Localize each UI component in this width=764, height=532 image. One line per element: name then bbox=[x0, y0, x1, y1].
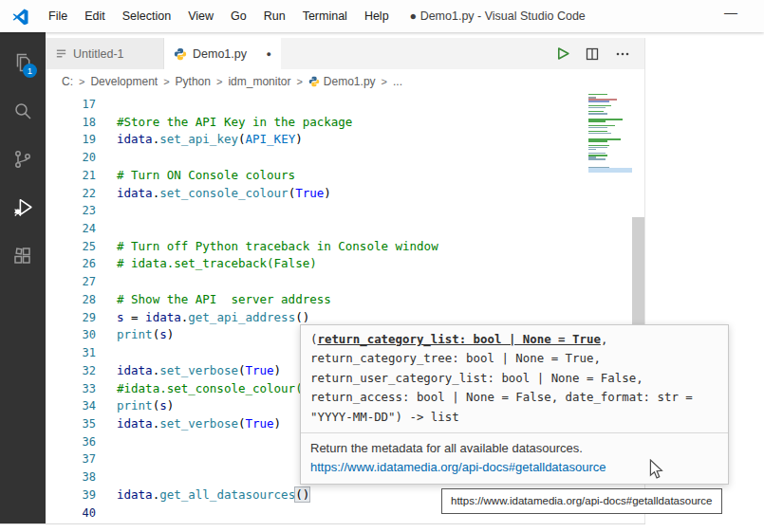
line-number[interactable]: 22 bbox=[46, 185, 96, 203]
line-number[interactable]: 18 bbox=[46, 114, 96, 132]
menu-bar: File Edit Selection View Go Run Terminal… bbox=[40, 9, 398, 23]
minimap-line bbox=[588, 149, 596, 151]
line-number[interactable]: 24 bbox=[46, 220, 96, 238]
title-bar: File Edit Selection View Go Run Terminal… bbox=[0, 0, 764, 32]
code-text: idata.set_console_colour(True) bbox=[117, 185, 331, 203]
minimap-line bbox=[588, 133, 611, 135]
code-text: # Turn off Python traceback in Console w… bbox=[117, 238, 438, 256]
line-number[interactable]: 20 bbox=[46, 149, 96, 167]
breadcrumb-separator: > bbox=[382, 76, 387, 87]
modified-dot-icon[interactable]: ● bbox=[267, 49, 271, 59]
active-parameter: return_category_list: bool | None = True bbox=[317, 332, 600, 346]
line-number[interactable]: 26 bbox=[46, 255, 96, 273]
code-line[interactable]: 24 bbox=[46, 220, 644, 238]
split-editor-icon[interactable] bbox=[585, 46, 600, 62]
menu-terminal[interactable]: Terminal bbox=[294, 9, 356, 23]
breadcrumb-file[interactable]: Demo1.py bbox=[308, 75, 376, 88]
minimap-line bbox=[588, 127, 607, 129]
run-button[interactable] bbox=[554, 46, 570, 62]
activity-bar: 1 bbox=[0, 32, 46, 523]
line-number[interactable]: 34 bbox=[46, 397, 96, 415]
line-number[interactable]: 29 bbox=[46, 309, 96, 327]
code-line[interactable]: 23 bbox=[46, 202, 644, 220]
code-line[interactable]: 25# Turn off Python traceback in Console… bbox=[46, 238, 644, 256]
breadcrumb-drive[interactable]: C: bbox=[62, 75, 73, 88]
code-text: #idata.set_console_colour( bbox=[117, 380, 303, 398]
line-number[interactable]: 27 bbox=[46, 273, 96, 291]
line-number[interactable]: 32 bbox=[46, 362, 96, 380]
extensions-icon[interactable] bbox=[0, 231, 46, 280]
breadcrumb: C: > Development > Python > idm_monitor … bbox=[46, 69, 644, 94]
menu-edit[interactable]: Edit bbox=[76, 9, 114, 23]
explorer-icon[interactable]: 1 bbox=[0, 38, 46, 86]
line-number[interactable]: 23 bbox=[46, 202, 96, 220]
search-icon[interactable] bbox=[0, 86, 46, 135]
breadcrumb-development[interactable]: Development bbox=[90, 75, 158, 88]
window-bottom-border bbox=[0, 523, 645, 524]
more-actions-icon[interactable] bbox=[614, 46, 631, 62]
code-text: print(s) bbox=[117, 326, 174, 344]
line-number[interactable]: 38 bbox=[46, 468, 96, 486]
hover-widget: (return_category_list: bool | None = Tru… bbox=[300, 324, 729, 485]
python-icon bbox=[308, 76, 320, 87]
code-text: print(s) bbox=[117, 397, 174, 415]
code-line[interactable]: 17 bbox=[46, 96, 644, 114]
code-text: s = idata.get_api_address() bbox=[117, 309, 309, 327]
tab-demo1-py[interactable]: Demo1.py ● bbox=[164, 38, 281, 69]
breadcrumb-separator: > bbox=[296, 76, 302, 87]
menu-go[interactable]: Go bbox=[222, 9, 255, 23]
code-line[interactable]: 28# Show the API server address bbox=[46, 291, 644, 309]
window-title: ● Demo1.py - Visual Studio Code bbox=[410, 9, 586, 23]
code-text: # Turn ON Console colours bbox=[117, 167, 295, 185]
minimap-line bbox=[588, 107, 606, 109]
run-and-debug-icon[interactable] bbox=[0, 183, 46, 231]
menu-help[interactable]: Help bbox=[356, 9, 398, 23]
minimize-button[interactable]: — bbox=[724, 5, 737, 20]
python-icon bbox=[174, 47, 187, 61]
menu-selection[interactable]: Selection bbox=[114, 9, 179, 23]
code-text: idata.get_all_datasources() bbox=[117, 486, 309, 504]
signature-text: (return_category_list: bool | None = Tru… bbox=[301, 325, 728, 432]
line-number[interactable]: 37 bbox=[46, 450, 96, 468]
code-line[interactable]: 26# idata.set_traceback(False) bbox=[46, 255, 644, 273]
code-line[interactable]: 21# Turn ON Console colours bbox=[46, 167, 644, 185]
minimap-line bbox=[588, 120, 606, 122]
line-number[interactable]: 40 bbox=[46, 504, 96, 523]
menu-view[interactable]: View bbox=[179, 9, 222, 23]
line-number[interactable]: 19 bbox=[46, 131, 96, 149]
source-control-icon[interactable] bbox=[0, 135, 46, 183]
breadcrumb-symbol[interactable]: ... bbox=[393, 75, 402, 88]
tab-label: Untitled-1 bbox=[73, 47, 124, 61]
tab-bar: Untitled-1 Demo1.py ● bbox=[46, 38, 644, 69]
line-number[interactable]: 25 bbox=[46, 238, 96, 256]
line-number[interactable]: 35 bbox=[46, 415, 96, 433]
code-line[interactable]: 20 bbox=[46, 149, 644, 167]
code-text: #Store the API Key in the package bbox=[117, 114, 352, 132]
breadcrumb-file-label: Demo1.py bbox=[324, 75, 376, 88]
breadcrumb-separator: > bbox=[79, 76, 84, 87]
tab-untitled-1[interactable]: Untitled-1 bbox=[46, 38, 164, 69]
minimap[interactable] bbox=[588, 91, 632, 171]
line-number[interactable]: 33 bbox=[46, 380, 96, 398]
line-number[interactable]: 39 bbox=[46, 486, 96, 504]
line-number[interactable]: 31 bbox=[46, 344, 96, 362]
code-line[interactable]: 18#Store the API Key in the package bbox=[46, 114, 644, 132]
line-number[interactable]: 28 bbox=[46, 291, 96, 309]
code-line[interactable]: 22idata.set_console_colour(True) bbox=[46, 185, 644, 203]
line-number[interactable]: 30 bbox=[46, 326, 96, 344]
breadcrumb-idm-monitor[interactable]: idm_monitor bbox=[228, 75, 290, 88]
code-line[interactable]: 27 bbox=[46, 273, 644, 291]
breadcrumb-separator: > bbox=[216, 76, 222, 87]
line-number[interactable]: 36 bbox=[46, 433, 96, 451]
vscode-logo-icon bbox=[12, 9, 28, 25]
line-number[interactable]: 21 bbox=[46, 167, 96, 185]
hover-docstring: Return the metadata for all available da… bbox=[301, 433, 728, 484]
menu-file[interactable]: File bbox=[40, 9, 76, 23]
menu-run[interactable]: Run bbox=[255, 9, 294, 23]
breadcrumb-python[interactable]: Python bbox=[176, 75, 211, 88]
doc-text: Return the metadata for all available da… bbox=[310, 441, 583, 455]
line-number[interactable]: 17 bbox=[46, 96, 96, 114]
code-line[interactable]: 19idata.set_api_key(API_KEY) bbox=[46, 131, 644, 149]
file-icon bbox=[55, 47, 67, 60]
breadcrumb-separator: > bbox=[163, 76, 169, 87]
